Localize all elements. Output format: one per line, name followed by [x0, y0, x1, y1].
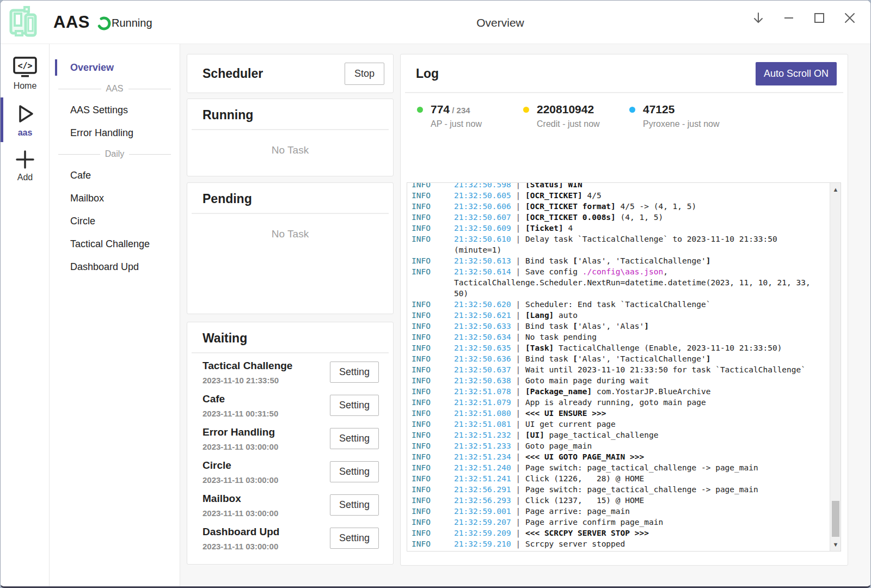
log-scrollbar[interactable]: ▲ ▼	[830, 183, 841, 551]
log-segment: ./config\aas.json	[582, 267, 663, 276]
log-level: INFO	[412, 375, 454, 386]
aas-logo-icon	[6, 5, 41, 40]
log-level: INFO	[412, 517, 454, 528]
log-separator: |	[511, 213, 525, 222]
log-line: INFO21:32:50.598 | [Status] WIN	[412, 183, 827, 190]
scheduler-card: Scheduler Stop	[187, 54, 394, 93]
log-segment: Bind task	[525, 354, 573, 363]
stat-item: 47125Pyroxene - just now	[629, 103, 720, 129]
page-title: Overview	[476, 16, 524, 29]
setting-button[interactable]: Setting	[330, 395, 379, 416]
app-name: AAS	[53, 13, 90, 32]
log-segment: Page switch: page_tactical_challenge -> …	[525, 463, 758, 472]
log-line: INFO21:32:50.633 | Bind task ['Alas', 'A…	[412, 321, 827, 332]
scroll-up-icon[interactable]: ▲	[830, 184, 841, 195]
log-timestamp: 21:32:51.241	[454, 474, 511, 483]
log-message: 21:32:50.636 | Bind task ['Alas', 'Tacti…	[454, 353, 827, 364]
log-segment: [	[573, 322, 578, 330]
waiting-task-info: Tactical Challenge2023-11-10 21:33:50	[203, 360, 292, 385]
waiting-task-time: 2023-11-11 00:31:50	[203, 409, 278, 418]
sidebar-item-aas-settings[interactable]: AAS Settings	[50, 99, 180, 121]
sidebar-item-error-handling[interactable]: Error Handling	[50, 121, 180, 144]
divider	[192, 213, 389, 214]
log-segment: 4/5 -> (4, 1, 5)	[616, 202, 696, 211]
log-segment: (4, 1, 5)	[616, 213, 663, 222]
stat-value: 774	[431, 103, 450, 115]
sidebar-item-dashboard-upd[interactable]: Dashboard Upd	[50, 255, 180, 278]
setting-button[interactable]: Setting	[330, 362, 379, 383]
log-line: INFO21:32:51.240 | Page switch: page_tac…	[412, 462, 827, 473]
log-line: INFO21:32:50.637 | Wait until 2023-11-10…	[412, 364, 827, 375]
log-separator: |	[511, 322, 525, 330]
log-separator: |	[511, 420, 525, 428]
stat-dot	[523, 107, 529, 113]
rail-item-aas[interactable]: aas	[1, 96, 50, 143]
log-segment: Bind task	[525, 322, 573, 330]
log-message: 21:32:59.207 | Page arrive confirm page_…	[454, 517, 827, 528]
log-line: INFO21:32:51.232 | [UI] page_tactical_ch…	[412, 430, 827, 440]
log-line: INFO21:32:50.635 | [Task] TacticalChalle…	[412, 342, 827, 353]
setting-button[interactable]: Setting	[330, 461, 379, 482]
stop-button[interactable]: Stop	[345, 63, 384, 85]
minimize-icon[interactable]	[777, 7, 801, 29]
setting-button[interactable]: Setting	[330, 528, 379, 549]
log-timestamp: 21:32:50.633	[454, 322, 511, 330]
log-segment: [OCR_TICKET 0.008s]	[525, 213, 616, 222]
log-level: INFO	[412, 386, 454, 397]
log-message: 21:32:50.605 | [OCR_TICKET] 4/5	[454, 190, 827, 201]
log-lines: INFO21:32:50.598 | [Status] WININFO21:32…	[407, 183, 830, 549]
log-message: 21:32:50.614 | Save config ./config\aas.…	[454, 266, 827, 299]
stat-value-row: 774 / 234	[431, 103, 482, 116]
log-segment: [OCR_TICKET format]	[525, 202, 616, 211]
sidebar-item-circle[interactable]: Circle	[50, 210, 180, 232]
download-icon[interactable]	[746, 7, 770, 29]
scroll-down-icon[interactable]: ▼	[830, 539, 841, 550]
waiting-task-time: 2023-11-11 03:00:00	[203, 509, 278, 518]
sidebar-group-divider: Daily	[58, 149, 171, 159]
auto-scroll-button[interactable]: Auto Scroll ON	[756, 62, 837, 85]
stat-dot	[629, 107, 635, 113]
log-segment: Bind task	[525, 256, 573, 265]
sidebar-item-tactical-challenge[interactable]: Tactical Challenge	[50, 232, 180, 255]
close-icon[interactable]	[838, 7, 862, 29]
setting-button[interactable]: Setting	[330, 428, 379, 449]
log-level: INFO	[412, 299, 454, 310]
log-level: INFO	[412, 332, 454, 342]
log-level: INFO	[412, 473, 454, 484]
log-level: INFO	[412, 484, 454, 495]
log-timestamp: 21:32:50.638	[454, 376, 511, 385]
log-segment: [UI]	[525, 431, 544, 439]
log-level: INFO	[412, 408, 454, 419]
log-line: INFO21:32:50.613 | Bind task ['Alas', 'T…	[412, 255, 827, 266]
rail-item-label: aas	[18, 128, 33, 138]
log-timestamp: 21:32:51.081	[454, 420, 511, 428]
log-separator: |	[511, 344, 525, 352]
log-output[interactable]: INFO21:32:50.598 | [Status] WININFO21:32…	[407, 183, 830, 551]
log-message: 21:32:51.080 | <<< UI ENSURE >>>	[454, 408, 827, 419]
stat-value-row: 220810942	[537, 103, 600, 116]
sidebar-item-cafe[interactable]: Cafe	[50, 164, 180, 187]
rail-item-home[interactable]: </> Home	[1, 51, 50, 96]
log-timestamp: 21:32:50.635	[454, 344, 511, 352]
log-segment: 4	[563, 224, 573, 232]
log-segment: [Task]	[525, 344, 554, 352]
log-separator: |	[511, 183, 525, 189]
sidebar-item-overview[interactable]: Overview	[50, 56, 180, 79]
scrollbar-thumb[interactable]	[832, 501, 839, 537]
sidebar-item-mailbox[interactable]: Mailbox	[50, 187, 180, 210]
svg-text:</>: </>	[17, 61, 32, 71]
rail-item-add[interactable]: Add	[1, 143, 50, 188]
log-level: INFO	[412, 495, 454, 506]
log-separator: |	[511, 202, 525, 211]
log-level: INFO	[412, 310, 454, 321]
setting-button[interactable]: Setting	[330, 494, 379, 516]
scheduler-title: Scheduler	[203, 66, 263, 81]
log-level: INFO	[412, 342, 454, 353]
log-separator: |	[511, 267, 525, 276]
log-segment: Page switch: page_tactical_challenge -> …	[525, 485, 758, 494]
log-level: INFO	[412, 397, 454, 408]
log-level: INFO	[412, 506, 454, 517]
log-message: 21:32:59.210 | Scrcpy server stopped	[454, 538, 827, 549]
maximize-icon[interactable]	[807, 7, 831, 29]
log-line: INFO21:32:51.241 | Click (1226, 28) @ HO…	[412, 473, 827, 484]
